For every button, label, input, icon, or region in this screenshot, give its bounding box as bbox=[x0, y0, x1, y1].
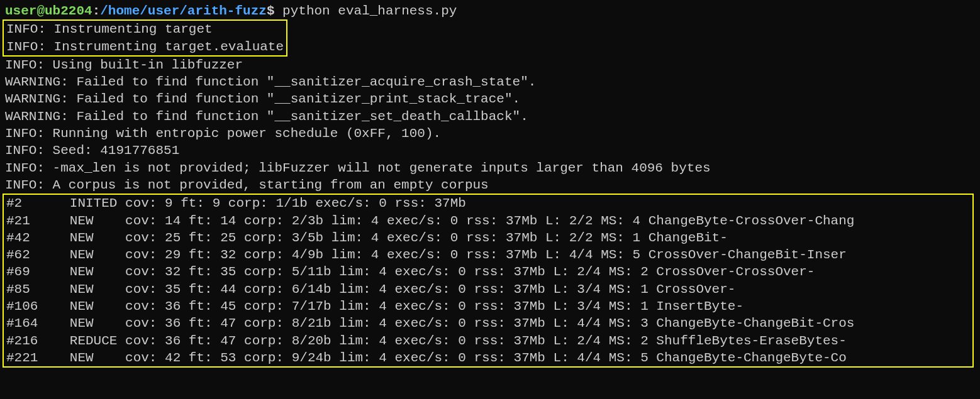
fuzz-stat-line: #106 NEW cov: 36 ft: 45 corp: 7/17b lim:… bbox=[6, 298, 970, 315]
log-line: INFO: Instrumenting target bbox=[6, 21, 284, 38]
fuzz-stat-line: #21 NEW cov: 14 ft: 14 corp: 2/3b lim: 4… bbox=[6, 212, 970, 229]
log-line: INFO: Instrumenting target.evaluate bbox=[6, 38, 284, 55]
fuzz-stat-line: #42 NEW cov: 25 ft: 25 corp: 3/5b lim: 4… bbox=[6, 229, 970, 246]
log-line: WARNING: Failed to find function "__sani… bbox=[5, 74, 975, 90]
fuzz-stat-line: #216 REDUCE cov: 36 ft: 47 corp: 8/20b l… bbox=[6, 332, 970, 349]
prompt-user-host: user@ub2204 bbox=[5, 3, 92, 19]
highlight-coverage-box: #2 INITED cov: 9 ft: 9 corp: 1/1b exec/s… bbox=[3, 194, 974, 368]
log-line: INFO: Running with entropic power schedu… bbox=[5, 125, 975, 142]
fuzz-stat-line: #85 NEW cov: 35 ft: 44 corp: 6/14b lim: … bbox=[6, 281, 970, 298]
prompt-cwd: /home/user/arith-fuzz bbox=[100, 3, 267, 19]
log-line: INFO: Seed: 4191776851 bbox=[5, 142, 975, 159]
command-input[interactable]: python eval_harness.py bbox=[282, 3, 457, 19]
fuzz-stat-line: #221 NEW cov: 42 ft: 53 corp: 9/24b lim:… bbox=[6, 349, 970, 366]
prompt-dollar: $ bbox=[267, 3, 282, 19]
log-line: WARNING: Failed to find function "__sani… bbox=[5, 108, 975, 125]
log-line: WARNING: Failed to find function "__sani… bbox=[5, 90, 975, 107]
fuzz-stat-line: #62 NEW cov: 29 ft: 32 corp: 4/9b lim: 4… bbox=[6, 246, 970, 263]
fuzz-stat-line: #164 NEW cov: 36 ft: 47 corp: 8/21b lim:… bbox=[6, 315, 970, 332]
shell-prompt-line: user@ub2204:/home/user/arith-fuzz$ pytho… bbox=[5, 3, 975, 19]
log-line: INFO: A corpus is not provided, starting… bbox=[5, 177, 975, 194]
prompt-colon: : bbox=[92, 3, 101, 19]
log-line: INFO: -max_len is not provided; libFuzze… bbox=[5, 160, 975, 177]
fuzz-stat-line: #2 INITED cov: 9 ft: 9 corp: 1/1b exec/s… bbox=[6, 195, 970, 212]
log-line: INFO: Using built-in libfuzzer bbox=[5, 57, 975, 74]
highlight-instrumenting-box: INFO: Instrumenting target INFO: Instrum… bbox=[3, 19, 287, 57]
fuzz-stat-line: #69 NEW cov: 32 ft: 35 corp: 5/11b lim: … bbox=[6, 263, 970, 280]
